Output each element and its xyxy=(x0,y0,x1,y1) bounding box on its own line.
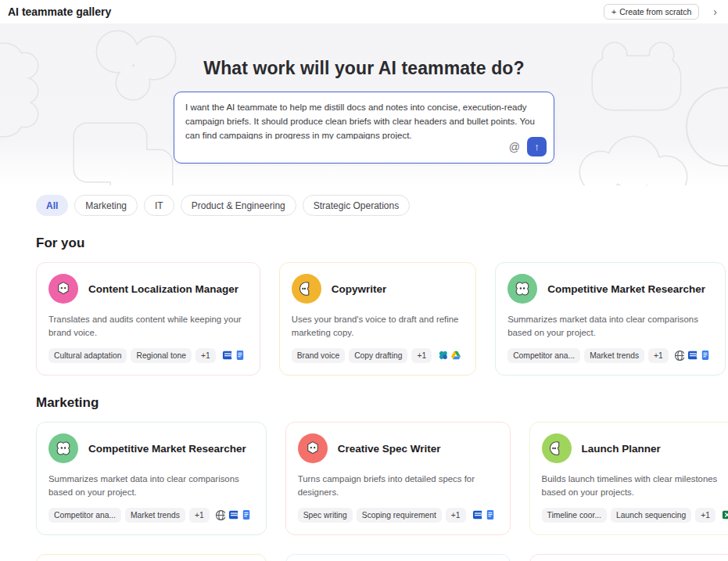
skill-tag: Spec writing xyxy=(298,508,353,523)
hex-face-icon xyxy=(48,274,78,304)
section-title-for-you: For you xyxy=(36,236,708,251)
drive-app-icon xyxy=(448,347,464,363)
connected-apps xyxy=(672,347,713,363)
connected-apps xyxy=(220,347,248,363)
skill-tag: Regional tone xyxy=(131,348,192,363)
teammate-name: Creative Spec Writer xyxy=(338,443,441,455)
skill-tag: Launch sequencing xyxy=(611,508,691,523)
teammate-card[interactable]: Competitive Market Researcher Summarizes… xyxy=(36,422,267,535)
filter-chip-product-engineering[interactable]: Product & Engineering xyxy=(181,195,296,216)
more-tags-badge: +1 xyxy=(648,348,669,363)
chevron-right-icon[interactable]: › xyxy=(710,5,720,19)
filter-chip-it[interactable]: IT xyxy=(144,195,174,216)
prompt-box: I want the AI teammate to help me distil… xyxy=(174,92,554,164)
hero-heading: What work will your AI teammate do? xyxy=(0,58,728,79)
teammate-description: Builds launch timelines with clear miles… xyxy=(542,473,728,499)
docs-app-icon xyxy=(238,507,254,523)
teammate-card[interactable]: Creative Spec Writer Turns campaign brie… xyxy=(285,422,511,535)
clover-face-icon xyxy=(507,274,537,304)
teammate-card[interactable]: Copywriter xyxy=(36,554,267,561)
skill-tag: Market trends xyxy=(125,508,185,523)
teammate-description: Turns campaign briefs into detailed spec… xyxy=(298,473,497,499)
teammate-name: Copywriter xyxy=(332,283,387,295)
teammate-name: Launch Planner xyxy=(582,443,661,455)
more-tags-badge: +1 xyxy=(411,348,432,363)
skill-tag: Copy drafting xyxy=(349,348,407,363)
filter-chip-all[interactable]: All xyxy=(36,195,68,216)
skill-tag: Timeline coor... xyxy=(542,508,607,523)
marketing-grid: Competitive Market Researcher Summarizes… xyxy=(36,422,708,561)
gallery-content: All Marketing IT Product & Engineering S… xyxy=(0,195,728,561)
hex-face-icon xyxy=(298,433,328,463)
filter-chip-marketing[interactable]: Marketing xyxy=(74,195,138,216)
category-filter-bar: All Marketing IT Product & Engineering S… xyxy=(36,195,708,216)
prompt-input[interactable]: I want the AI teammate to help me distil… xyxy=(174,92,554,139)
excel-app-icon xyxy=(719,507,728,523)
hero-section: What work will your AI teammate do? I wa… xyxy=(0,23,728,185)
teammate-name: Competitive Market Researcher xyxy=(88,443,246,455)
skill-tag: Scoping requirement xyxy=(357,508,442,523)
teammate-description: Summarizes market data into clear compar… xyxy=(48,473,248,499)
skill-tag: Competitor ana... xyxy=(507,348,580,363)
teammate-name: Content Localization Manager xyxy=(88,283,238,295)
page-title: AI teammate gallery xyxy=(8,5,111,18)
teammate-description: Summarizes market data into clear compar… xyxy=(507,313,707,340)
ai-teammate-gallery-page: AI teammate gallery + Create from scratc… xyxy=(0,0,728,561)
more-tags-badge: +1 xyxy=(695,508,715,523)
send-button[interactable]: ↑ xyxy=(527,137,547,156)
teammate-card[interactable]: Content Localization Manager Translates … xyxy=(36,262,260,376)
filter-chip-strategic-operations[interactable]: Strategic Operations xyxy=(303,195,410,216)
skill-tag: Brand voice xyxy=(292,348,345,363)
connected-apps xyxy=(719,507,728,523)
section-title-marketing: Marketing xyxy=(36,395,708,411)
skill-tag: Competitor ana... xyxy=(48,508,121,523)
for-you-grid: Content Localization Manager Translates … xyxy=(36,262,708,376)
clover-face-icon xyxy=(48,433,78,463)
teammate-card[interactable]: Competitive Market Researcher Summarizes… xyxy=(495,262,726,376)
connected-apps xyxy=(470,507,498,523)
more-tags-badge: +1 xyxy=(446,508,466,523)
teammate-card[interactable]: Content Localization Manager xyxy=(529,554,728,561)
teammate-name: Competitive Market Researcher xyxy=(547,283,705,295)
teammate-description: Translates and audits content while keep… xyxy=(48,313,248,340)
top-bar: AI teammate gallery + Create from scratc… xyxy=(0,0,728,23)
teammate-card[interactable]: Campaign Brief Writer xyxy=(285,554,511,561)
teammate-description: Uses your brand's voice to draft and ref… xyxy=(292,313,464,340)
docs-app-icon xyxy=(232,347,248,363)
skill-tag: Cultural adaptation xyxy=(48,348,127,363)
docs-app-icon xyxy=(482,507,498,523)
more-tags-badge: +1 xyxy=(195,348,216,363)
plus-icon: + xyxy=(611,7,616,16)
connected-apps xyxy=(436,347,464,363)
skill-tag: Market trends xyxy=(584,348,644,363)
create-from-scratch-button[interactable]: + Create from scratch xyxy=(604,4,699,20)
slot-face-icon xyxy=(542,433,572,463)
teammate-card[interactable]: Copywriter Uses your brand's voice to dr… xyxy=(279,262,476,376)
teammate-card[interactable]: Launch Planner Builds launch timelines w… xyxy=(529,422,728,535)
slot-face-icon xyxy=(292,274,321,304)
create-from-scratch-label: Create from scratch xyxy=(619,7,691,16)
docs-app-icon xyxy=(698,347,713,363)
more-tags-badge: +1 xyxy=(189,508,210,523)
mention-icon[interactable]: @ xyxy=(509,142,520,153)
arrow-up-icon: ↑ xyxy=(534,141,540,153)
connected-apps xyxy=(213,507,254,523)
